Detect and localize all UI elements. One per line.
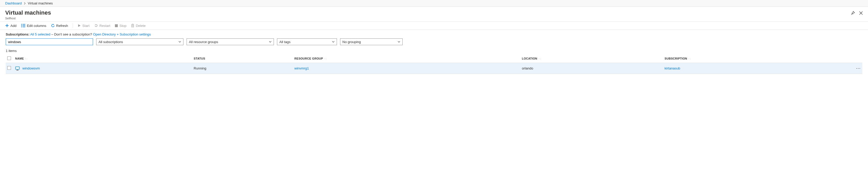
vm-status: Running xyxy=(192,63,292,74)
refresh-label: Refresh xyxy=(56,24,68,28)
column-header-location[interactable]: Location↑↓ xyxy=(520,54,663,63)
stop-icon xyxy=(115,24,118,27)
svg-rect-4 xyxy=(23,25,25,26)
chevron-down-icon xyxy=(398,41,400,43)
svg-rect-9 xyxy=(17,70,18,70)
breadcrumb-root-link[interactable]: Dashboard xyxy=(5,1,22,5)
delete-button: Delete xyxy=(131,24,146,28)
restart-label: Restart xyxy=(99,24,111,28)
pin-icon[interactable] xyxy=(851,11,855,15)
stop-button: Stop xyxy=(115,24,126,28)
breadcrumb-current: Virtual machines xyxy=(28,1,53,5)
column-header-status[interactable]: Status xyxy=(192,54,292,63)
refresh-icon xyxy=(51,24,55,27)
vm-name-link[interactable]: windowsvm xyxy=(23,66,40,70)
results-grid: Name↑↓ Status Resource group↑↓ Location↑… xyxy=(0,54,868,74)
add-label: Add xyxy=(10,24,17,28)
start-label: Start xyxy=(82,24,89,28)
edit-columns-label: Edit columns xyxy=(27,24,46,28)
start-button: Start xyxy=(78,24,89,28)
svg-rect-2 xyxy=(21,27,22,27)
page-title: Virtual machines xyxy=(5,9,51,16)
sort-icon: ↑↓ xyxy=(25,57,28,60)
restart-icon xyxy=(94,24,98,27)
tags-dropdown-value: All tags xyxy=(279,40,290,44)
stop-label: Stop xyxy=(119,24,126,28)
command-bar: Add Edit columns Refresh Start Restart S… xyxy=(0,21,868,30)
columns-icon xyxy=(21,24,25,27)
subscriptions-dropdown-value: All subscriptions xyxy=(98,40,123,44)
row-checkbox[interactable] xyxy=(7,66,11,70)
vm-location: orlando xyxy=(520,63,663,74)
vm-icon xyxy=(15,66,20,71)
column-header-resource-group[interactable]: Resource group↑↓ xyxy=(293,54,520,63)
breadcrumb-separator xyxy=(24,2,26,5)
breadcrumb: Dashboard Virtual machines xyxy=(0,0,868,7)
svg-rect-6 xyxy=(115,24,118,27)
resource-group-link[interactable]: winvmrg1 xyxy=(294,66,309,70)
sort-icon: ↑↓ xyxy=(324,57,327,60)
checkbox-icon[interactable] xyxy=(7,56,11,60)
chevron-down-icon xyxy=(269,41,272,43)
svg-rect-3 xyxy=(23,24,25,25)
add-button[interactable]: Add xyxy=(5,24,17,28)
svg-rect-5 xyxy=(23,27,25,27)
subscriptions-label: Subscriptions: xyxy=(6,32,29,36)
select-all-header[interactable] xyxy=(6,54,13,63)
column-header-subscription[interactable]: Subscription↑↓ xyxy=(663,54,852,63)
results-count: 1 items xyxy=(0,48,868,54)
resource-groups-dropdown[interactable]: All resource groups xyxy=(187,39,274,45)
subscriptions-settings-link[interactable]: Open Directory + Subscription settings xyxy=(93,32,151,36)
sort-icon: ↑↓ xyxy=(538,57,541,60)
refresh-button[interactable]: Refresh xyxy=(51,24,68,28)
svg-rect-0 xyxy=(21,24,22,25)
subscriptions-dropdown[interactable]: All subscriptions xyxy=(96,39,183,45)
plus-icon xyxy=(5,24,9,27)
grouping-dropdown-value: No grouping xyxy=(342,40,361,44)
tags-dropdown[interactable]: All tags xyxy=(277,39,337,45)
subscriptions-info: Subscriptions: All 5 selected – Don't se… xyxy=(0,30,868,39)
toolbar-divider xyxy=(73,23,73,28)
delete-label: Delete xyxy=(136,24,146,28)
resource-groups-dropdown-value: All resource groups xyxy=(189,40,218,44)
sort-icon: ↑↓ xyxy=(688,57,691,60)
subscriptions-hint: – Don't see a subscription? xyxy=(51,32,93,36)
filter-bar: All subscriptions All resource groups Al… xyxy=(0,39,868,48)
subscriptions-selected-link[interactable]: All 5 selected xyxy=(30,32,50,36)
play-icon xyxy=(78,24,81,27)
chevron-down-icon xyxy=(332,41,335,43)
page-header: Virtual machines Selfhost xyxy=(0,7,868,21)
close-icon[interactable] xyxy=(859,11,863,15)
page-subtitle: Selfhost xyxy=(5,17,51,20)
grouping-dropdown[interactable]: No grouping xyxy=(340,39,403,45)
column-header-name[interactable]: Name↑↓ xyxy=(13,54,192,63)
table-row[interactable]: windowsvm Running winvmrg1 orlando kirta… xyxy=(6,63,862,74)
trash-icon xyxy=(131,24,134,27)
svg-rect-1 xyxy=(21,25,22,26)
edit-columns-button[interactable]: Edit columns xyxy=(21,24,46,28)
svg-rect-10 xyxy=(16,70,19,71)
restart-button: Restart xyxy=(94,24,111,28)
row-actions-button[interactable]: ··· xyxy=(856,66,861,71)
search-input[interactable] xyxy=(6,39,93,45)
subscription-link[interactable]: kirtanasub xyxy=(664,66,680,70)
chevron-down-icon xyxy=(179,41,181,43)
svg-rect-8 xyxy=(16,67,19,69)
